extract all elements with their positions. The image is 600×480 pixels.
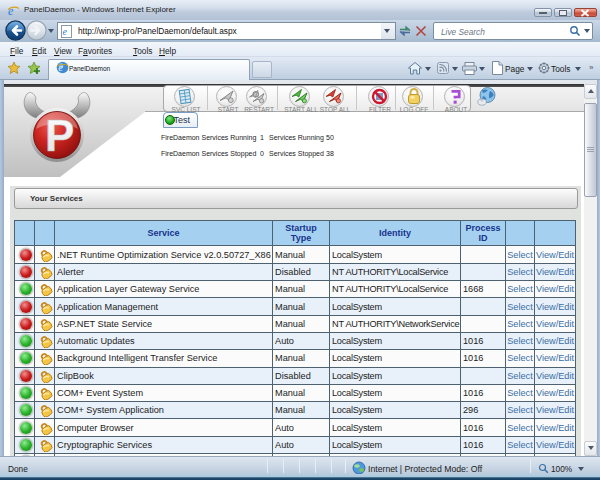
svg-text:e: e [63,26,68,37]
svg-text:P: P [45,111,74,160]
svg-text:e: e [58,62,63,73]
svg-text:e: e [8,4,14,17]
